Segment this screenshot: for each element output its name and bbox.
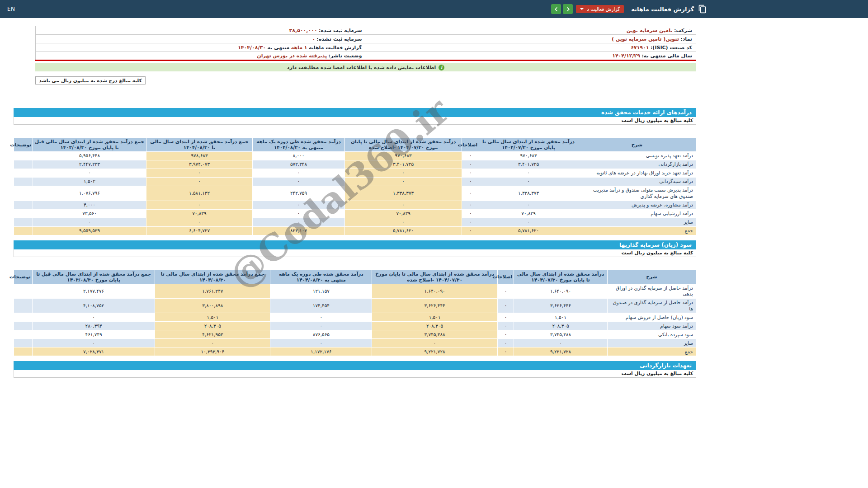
table-row: درآمد تعهد پذیره نویسی۹۷۰,۶۸۳۰۹۷۰,۶۸۳۸,۰… xyxy=(14,152,696,160)
value-cell xyxy=(14,226,33,235)
value-cell: ۰ xyxy=(462,186,479,201)
column-header: درآمد محقق شده طی دوره یک ماهه منتهی به … xyxy=(253,138,345,152)
value-cell xyxy=(14,201,33,209)
value-cell: ۴,۰۰۰ xyxy=(33,201,146,209)
signature-match-banner: i اطلاعات نمایش داده شده با اطلاعات امضا… xyxy=(35,63,696,71)
value-cell: ۰ xyxy=(146,178,252,186)
report-copy-icon xyxy=(698,5,707,14)
value-cell: ۰ xyxy=(497,322,514,330)
value-cell: ۳,۴۰۱,۷۲۵ xyxy=(479,160,578,169)
units-note-box: کلیه مبالغ درج شده به میلیون ریال می باش… xyxy=(35,76,146,84)
value-cell: ۰ xyxy=(253,218,345,226)
value-cell: ۹۷۰,۶۸۳ xyxy=(344,152,462,160)
value-cell: ۰ xyxy=(344,169,462,178)
value-cell: ۱,۵۰۱ xyxy=(155,313,270,322)
value-cell: ۷۳,۵۶۰ xyxy=(33,209,146,218)
value-cell: ۸,۰۰۰ xyxy=(253,152,345,160)
value-cell xyxy=(14,330,33,339)
value-cell: ۰ xyxy=(344,218,462,226)
column-header: شرح xyxy=(607,270,696,284)
meta-label: شرکت: xyxy=(674,28,692,33)
column-header: توضیحات xyxy=(14,270,33,284)
next-report-button[interactable] xyxy=(563,4,573,14)
value-cell: ۳,۶۲۶,۴۴۴ xyxy=(514,299,608,313)
row-label: درآمد بازارگردانی xyxy=(578,160,696,169)
value-cell: ۳,۷۴۵,۳۸۸ xyxy=(372,330,498,339)
value-cell: ۰ xyxy=(155,339,270,347)
report-type-select[interactable]: گزارش فعالیت د xyxy=(576,5,624,13)
value-cell: ۷,۰۲۸,۳۷۱ xyxy=(32,347,155,356)
column-header: درآمد محقق شده از ابتدای سال مالی تا پای… xyxy=(372,270,498,284)
value-cell: ۱,۰۷۶,۷۹۶ xyxy=(33,186,146,201)
meta-label: وضعیت ناشر: xyxy=(329,53,362,59)
value-cell: ۷۰,۸۳۹ xyxy=(344,209,462,218)
meta-value: ۶۷۱۹۰۱ xyxy=(631,45,649,51)
meta-value: ۱۴۰۴/۰۸/۳۰ xyxy=(238,45,266,51)
meta-company: شرکت: تامین سرمایه نوین xyxy=(366,26,696,35)
value-cell xyxy=(14,322,33,330)
table-row: درآمد پذیرش سمت متولی صندوق و درآمد مدیر… xyxy=(14,186,696,201)
table-row: سایر۰۰۰۰۰۰ xyxy=(14,218,696,226)
value-cell: ۳,۹۷۴,۰۷۳ xyxy=(146,160,252,169)
meta-value: پذیرفته شده در بورس تهران xyxy=(257,53,327,59)
meta-registered-capital: سرمایه ثبت شده: ۳۸,۵۰۰,۰۰۰ xyxy=(36,26,366,35)
topbar-cluster: گزارش فعالیت ماهانه گزارش فعالیت د xyxy=(549,4,707,14)
chevron-down-icon xyxy=(580,8,584,10)
section-unit-note: کلیه مبالغ به میلیون ریال است xyxy=(14,370,696,378)
column-header: جمع درآمد محقق شده از ابتدای سال مالی قب… xyxy=(33,138,146,152)
row-label: جمع xyxy=(607,347,696,356)
chevron-left-icon xyxy=(554,7,559,12)
row-label: درآمد تعهد خرید اوراق بهادار در عرضه های… xyxy=(578,169,696,178)
table-row: درآمد حاصل از سرمایه گذاری در صندوق ها۳,… xyxy=(14,299,696,313)
report-type-select-value: گزارش فعالیت د xyxy=(587,6,620,12)
value-cell: ۰ xyxy=(344,178,462,186)
value-cell: ۰ xyxy=(253,169,345,178)
language-switch-en[interactable]: EN xyxy=(7,6,15,12)
value-cell: ۰ xyxy=(462,169,479,178)
prev-report-button[interactable] xyxy=(551,4,561,14)
row-label: جمع xyxy=(578,226,696,235)
value-cell xyxy=(14,160,33,169)
section-unit-note: کلیه مبالغ به میلیون ریال است xyxy=(14,249,696,257)
meta-value: تنوین( تامین سرمایه نوین ) xyxy=(612,36,679,42)
value-cell: ۱۷۴,۴۵۴ xyxy=(270,299,372,313)
value-cell: ۱۰,۳۹۳,۹۰۴ xyxy=(155,347,270,356)
column-header: جمع درآمد محقق شده از ابتدای سال مالی تا… xyxy=(146,138,252,152)
services-income-table: شرحدرآمد محقق شده از ابتدای سال مالی تا … xyxy=(14,137,696,235)
value-cell: ۰ xyxy=(462,226,479,235)
value-cell: ۰ xyxy=(462,178,479,186)
value-cell: ۱,۵۸۱,۱۳۲ xyxy=(146,186,252,201)
value-cell: ۳,۸۰۰,۸۹۸ xyxy=(155,299,270,313)
value-cell: ۳,۶۲۶,۴۴۴ xyxy=(372,299,498,313)
row-label: درآمد حاصل از سرمایه گذاری در اوراق بدهی xyxy=(607,284,696,298)
table-row: درآمد بازارگردانی۳,۴۰۱,۷۲۵۰۳,۴۰۱,۷۲۵۵۷۲,… xyxy=(14,160,696,169)
value-cell: ۰ xyxy=(32,339,155,347)
row-label: سود (زیان) حاصل از فروش سهام xyxy=(607,313,696,322)
table-header-row: شرحدرآمد محقق شده از ابتدای سال مالی تا … xyxy=(14,138,696,152)
codal-monthly-activity-report-page: { "colors": { "topbar_bg": "#25455e", "s… xyxy=(0,0,868,488)
table-row: سال مالی منتهی به: ۱۴۰۴/۱۲/۲۹ وضعیت ناشر… xyxy=(36,52,696,61)
table-row: نماد: تنوین( تامین سرمایه نوین ) سرمایه … xyxy=(36,35,696,43)
value-cell: ۹,۵۵۹,۵۳۹ xyxy=(33,226,146,235)
info-icon: i xyxy=(439,65,444,70)
column-header: درآمد محقق شده طی دوره یک ماهه منتهی به … xyxy=(270,270,372,284)
table-row: درآمد حاصل از سرمایه گذاری در اوراق بدهی… xyxy=(14,284,696,298)
section-market-making: تعهدات بازارگردانی کلیه مبالغ به میلیون … xyxy=(14,361,696,378)
meta-label: سرمایه ثبت نشده: xyxy=(317,36,362,42)
value-cell: ۲۸۰,۳۹۴ xyxy=(32,322,155,330)
value-cell: ۰ xyxy=(270,339,372,347)
meta-fiscal-year-end: سال مالی منتهی به: ۱۴۰۴/۱۲/۲۹ xyxy=(366,52,696,61)
value-cell: ۶,۶۰۴,۷۲۷ xyxy=(146,226,252,235)
value-cell: ۷۰,۸۳۹ xyxy=(146,209,252,218)
value-cell: ۰ xyxy=(479,218,578,226)
value-cell: ۰ xyxy=(146,201,252,209)
value-cell: ۰ xyxy=(372,339,498,347)
value-cell xyxy=(14,339,33,347)
value-cell xyxy=(14,299,33,313)
value-cell: ۰ xyxy=(479,178,578,186)
row-label: درآمد مشاوره، عرضه و پذیرش xyxy=(578,201,696,209)
value-cell xyxy=(14,169,33,178)
meta-label: سرمایه ثبت شده: xyxy=(319,28,362,33)
value-cell: ۵,۷۸۱,۶۲۰ xyxy=(479,226,578,235)
meta-label: سال مالی منتهی به: xyxy=(642,53,692,59)
